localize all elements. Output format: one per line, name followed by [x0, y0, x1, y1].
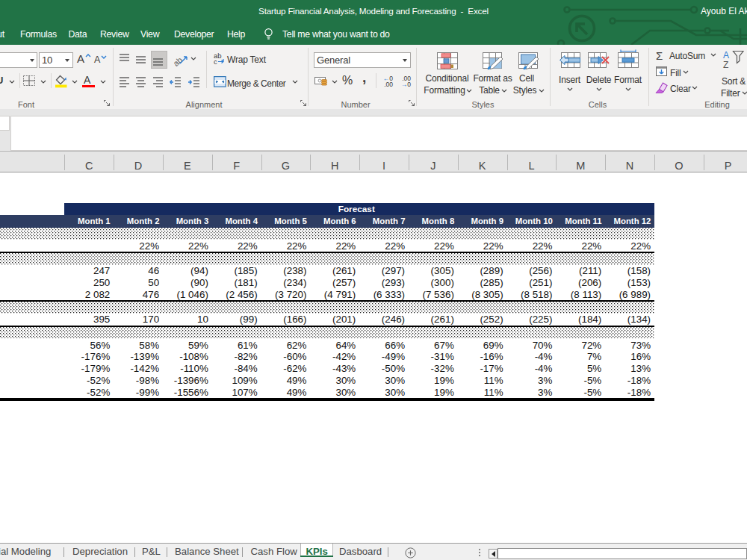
svg-text:Z: Z [723, 60, 728, 70]
svg-text:c: c [214, 57, 217, 65]
svg-text:A: A [723, 50, 729, 60]
